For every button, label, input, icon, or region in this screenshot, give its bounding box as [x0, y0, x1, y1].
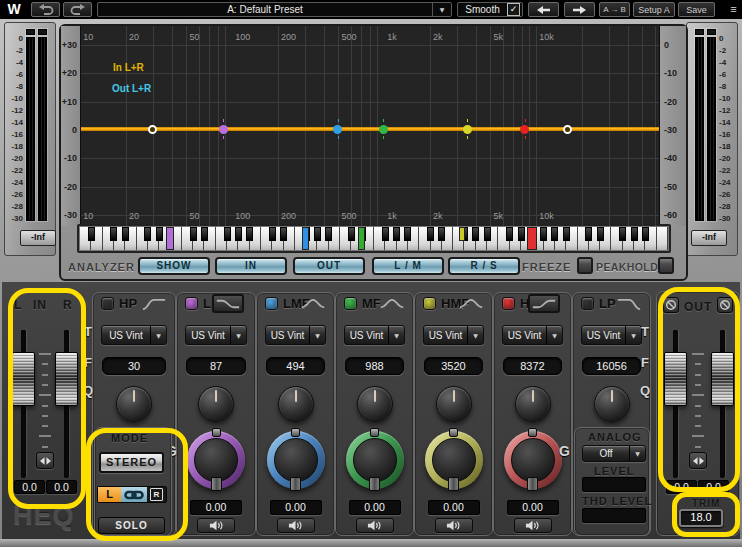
black-key[interactable]: [348, 227, 355, 241]
band-led[interactable]: [185, 297, 198, 310]
black-key[interactable]: [540, 227, 547, 241]
band-gain-knob[interactable]: [187, 431, 245, 489]
band-led[interactable]: [581, 297, 594, 310]
analyzer-button-rs[interactable]: R / S: [448, 257, 520, 275]
analyzer-button-in[interactable]: IN: [215, 257, 287, 275]
band-freq-field[interactable]: 87: [186, 357, 246, 375]
band-frequency-key[interactable]: [358, 227, 365, 250]
save-button[interactable]: Save: [678, 2, 715, 17]
band-type-select[interactable]: US Vint▼: [344, 325, 405, 345]
band-mute-button[interactable]: [356, 518, 394, 533]
band-led[interactable]: [423, 297, 436, 310]
link-button[interactable]: [121, 487, 147, 502]
analyzer-button-show[interactable]: SHOW: [138, 257, 210, 275]
preset-selector[interactable]: A: Default Preset ▼: [97, 2, 452, 17]
band-frequency-key[interactable]: [302, 227, 309, 250]
band-q-knob[interactable]: [116, 386, 152, 422]
band-shape-icon-highshelf[interactable]: [528, 294, 560, 313]
band-gain-knob[interactable]: [267, 431, 325, 489]
band-q-knob[interactable]: [515, 386, 551, 422]
band-led[interactable]: [344, 297, 357, 310]
clip-indicator[interactable]: [695, 29, 704, 35]
black-key[interactable]: [506, 227, 513, 241]
band-q-knob[interactable]: [436, 386, 472, 422]
black-key[interactable]: [563, 227, 570, 241]
band-freq-field[interactable]: 16056: [582, 357, 641, 375]
band-type-select[interactable]: US Vint▼: [423, 325, 484, 345]
band-gain-value[interactable]: 0.00: [428, 500, 480, 515]
black-key[interactable]: [585, 227, 592, 241]
black-key[interactable]: [314, 227, 321, 241]
fader-value-right[interactable]: 0.0: [46, 480, 77, 494]
band-marker[interactable]: [463, 125, 472, 134]
white-key[interactable]: [657, 227, 668, 250]
black-key[interactable]: [201, 227, 208, 241]
black-key[interactable]: [438, 227, 445, 241]
black-key[interactable]: [551, 227, 558, 241]
band-led[interactable]: [265, 297, 278, 310]
band-gain-knob[interactable]: [346, 431, 404, 489]
solo-button[interactable]: SOLO: [98, 517, 165, 534]
band-shape-icon-lowshelf[interactable]: [212, 294, 244, 313]
black-key[interactable]: [269, 227, 276, 241]
black-key[interactable]: [631, 227, 638, 241]
black-key[interactable]: [246, 227, 253, 241]
band-q-knob[interactable]: [278, 386, 314, 422]
undo-button[interactable]: [31, 2, 60, 17]
black-key[interactable]: [484, 227, 491, 241]
black-key[interactable]: [144, 227, 151, 241]
band-led[interactable]: [101, 297, 114, 310]
meter-inf-button[interactable]: -Inf: [691, 230, 727, 246]
eq-graph[interactable]: In L+R Out L+R 1010202050501001002002005…: [80, 26, 660, 226]
fader-value-left[interactable]: 0.0: [666, 480, 697, 494]
next-preset-button[interactable]: [564, 2, 595, 17]
band-gain-value[interactable]: 0.00: [349, 500, 401, 515]
band-freq-field[interactable]: 8372: [503, 357, 562, 375]
out-phase-right-button[interactable]: [717, 297, 733, 313]
black-key[interactable]: [642, 227, 649, 241]
band-gain-knob[interactable]: [425, 431, 483, 489]
band-mute-button[interactable]: [197, 518, 235, 533]
band-marker[interactable]: [148, 125, 157, 134]
preset-dropdown-arrow[interactable]: ▼: [432, 3, 451, 16]
band-type-select[interactable]: US Vint▼: [185, 325, 247, 345]
setup-a-button[interactable]: Setup A: [633, 2, 675, 17]
menu-icon[interactable]: ≡: [727, 3, 740, 16]
fader-cap[interactable]: [12, 352, 35, 406]
a-to-b-button[interactable]: A → B: [599, 2, 630, 17]
band-frequency-key[interactable]: [527, 227, 537, 250]
band-gain-knob[interactable]: [504, 431, 562, 489]
fader-value-left[interactable]: 0.0: [14, 480, 45, 494]
black-key[interactable]: [427, 227, 434, 241]
fader-nudge-button[interactable]: [36, 452, 54, 469]
fader-cap[interactable]: [711, 352, 734, 406]
peakhold-button[interactable]: [658, 257, 674, 274]
band-marker[interactable]: [379, 125, 388, 134]
black-key[interactable]: [619, 227, 626, 241]
clip-indicator[interactable]: [38, 29, 47, 35]
left-channel-button[interactable]: L: [98, 487, 121, 502]
black-key[interactable]: [404, 227, 411, 241]
black-key[interactable]: [472, 227, 479, 241]
band-gain-value[interactable]: 0.00: [507, 500, 559, 515]
black-key[interactable]: [280, 227, 287, 241]
band-marker[interactable]: [219, 125, 228, 134]
black-key[interactable]: [518, 227, 525, 241]
band-type-select[interactable]: US Vint▼: [101, 325, 167, 345]
band-marker[interactable]: [520, 125, 529, 134]
black-key[interactable]: [88, 227, 95, 241]
band-marker[interactable]: [333, 125, 342, 134]
black-key[interactable]: [235, 227, 242, 241]
freeze-button[interactable]: [577, 257, 593, 274]
black-key[interactable]: [382, 227, 389, 241]
eq-curve[interactable]: [81, 127, 660, 131]
redo-button[interactable]: [63, 2, 92, 17]
band-q-knob[interactable]: [198, 386, 234, 422]
analog-select[interactable]: Off▼: [582, 445, 646, 462]
black-key[interactable]: [597, 227, 604, 241]
analyzer-button-out[interactable]: OUT: [293, 257, 365, 275]
prev-preset-button[interactable]: [528, 2, 559, 17]
black-key[interactable]: [190, 227, 197, 241]
analyzer-button-lm[interactable]: L / M: [372, 257, 444, 275]
piano-keys[interactable]: [80, 227, 668, 250]
